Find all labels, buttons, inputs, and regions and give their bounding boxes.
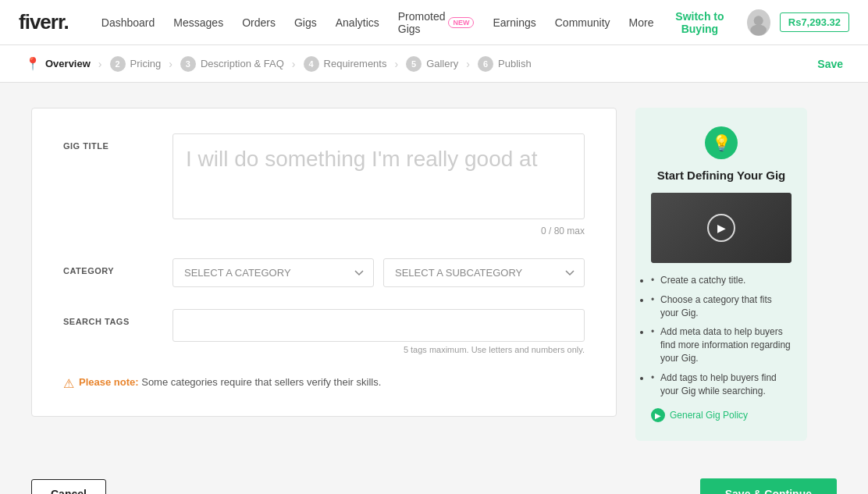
note-label: Please note:: [79, 376, 139, 388]
step-num-3: 3: [180, 56, 196, 72]
sidebar-card: 💡 Start Defining Your Gig ▶ Create a cat…: [635, 108, 807, 441]
search-tags-row: SEARCH TAGS 5 tags maximum. Use letters …: [63, 309, 585, 354]
balance-badge: Rs7,293.32: [780, 12, 849, 32]
sidebar-icon-wrap: 💡: [651, 126, 792, 159]
breadcrumb-step-pricing[interactable]: 2 Pricing: [110, 56, 162, 72]
search-tags-label: SEARCH TAGS: [63, 309, 173, 326]
policy-icon: ▶: [651, 408, 665, 422]
svg-point-0: [754, 16, 763, 25]
policy-label: General Gig Policy: [670, 410, 748, 421]
breadcrumb-step-publish[interactable]: 6 Publish: [478, 56, 532, 72]
save-continue-button[interactable]: Save & Continue: [700, 478, 837, 494]
arrow-1: ›: [98, 58, 102, 70]
note-content: Please note: Some categories require tha…: [79, 376, 381, 388]
avatar[interactable]: [747, 9, 770, 36]
category-label: CATEGORY: [63, 258, 173, 275]
step-label-publish: Publish: [498, 58, 532, 69]
char-count: 0 / 80 max: [173, 226, 585, 236]
category-field: SELECT A CATEGORY SELECT A SUBCATEGORY: [173, 258, 585, 287]
arrow-5: ›: [466, 58, 470, 70]
breadcrumb-step-requirements[interactable]: 4 Requirements: [304, 56, 387, 72]
svg-point-1: [751, 24, 767, 35]
step-label-pricing: Pricing: [130, 58, 162, 69]
step-num-2: 2: [110, 56, 126, 72]
tags-hint: 5 tags maximum. Use letters and numbers …: [173, 345, 585, 354]
step-label-requirements: Requirements: [324, 58, 387, 69]
policy-link[interactable]: ▶ General Gig Policy: [651, 408, 792, 422]
step-label-description: Description & FAQ: [201, 58, 284, 69]
search-tags-field: 5 tags maximum. Use letters and numbers …: [173, 309, 585, 354]
arrow-3: ›: [292, 58, 296, 70]
nav-link-analytics[interactable]: Analytics: [328, 10, 387, 35]
video-play-button[interactable]: ▶: [707, 214, 735, 242]
nav-link-earnings[interactable]: Earnings: [485, 10, 543, 35]
breadcrumb-steps: 📍 Overview › 2 Pricing › 3 Description &…: [25, 56, 532, 72]
new-badge: NEW: [448, 17, 474, 28]
nav-link-dashboard[interactable]: Dashboard: [94, 10, 163, 35]
lightbulb-icon: 💡: [705, 126, 738, 159]
location-icon: 📍: [25, 56, 41, 71]
cancel-button[interactable]: Cancel: [31, 479, 106, 494]
sidebar-title: Start Defining Your Gig: [651, 169, 792, 182]
step-label-gallery: Gallery: [426, 58, 458, 69]
nav-link-orders[interactable]: Orders: [234, 10, 283, 35]
breadcrumb-step-overview[interactable]: 📍 Overview: [25, 56, 91, 71]
gig-title-label: GIG TITLE: [63, 133, 173, 151]
breadcrumb-step-description[interactable]: 3 Description & FAQ: [180, 56, 284, 72]
form-card: GIG TITLE 0 / 80 max CATEGORY SELECT A C…: [31, 108, 617, 417]
nav-link-promoted-gigs[interactable]: Promoted Gigs NEW: [390, 4, 482, 41]
subcategory-select[interactable]: SELECT A SUBCATEGORY: [383, 258, 585, 287]
category-row: CATEGORY SELECT A CATEGORY SELECT A SUBC…: [63, 258, 585, 287]
gig-title-row: GIG TITLE 0 / 80 max: [63, 133, 585, 236]
tip-3: Add meta data to help buyers find more i…: [651, 325, 792, 364]
nav-right: Switch to Buying Rs7,293.32: [661, 9, 849, 36]
step-num-4: 4: [304, 56, 319, 72]
promoted-gigs-label: Promoted Gigs: [398, 10, 446, 35]
step-label-overview: Overview: [45, 58, 91, 69]
note-text-content: Some categories require that sellers ver…: [141, 376, 381, 388]
arrow-4: ›: [394, 58, 398, 70]
step-num-6: 6: [478, 56, 493, 72]
nav-link-gigs[interactable]: Gigs: [286, 10, 325, 35]
switch-buying-button[interactable]: Switch to Buying: [661, 10, 738, 35]
nav-link-more[interactable]: More: [621, 10, 662, 35]
navbar: fiverr. Dashboard Messages Orders Gigs A…: [0, 0, 868, 45]
tip-1: Create a catchy title.: [651, 274, 792, 287]
sidebar-tips: Create a catchy title. Choose a category…: [651, 274, 792, 397]
warning-icon: ⚠: [63, 376, 74, 391]
tip-4: Add tags to help buyers find your Gig wh…: [651, 371, 792, 398]
breadcrumb-save-button[interactable]: Save: [817, 58, 843, 70]
sidebar-video[interactable]: ▶: [651, 193, 792, 263]
category-select[interactable]: SELECT A CATEGORY: [173, 258, 374, 287]
category-selects: SELECT A CATEGORY SELECT A SUBCATEGORY: [173, 258, 585, 287]
bottom-actions: Cancel Save & Continue: [0, 466, 868, 494]
gig-title-input[interactable]: [173, 133, 585, 219]
tip-2: Choose a category that fits your Gig.: [651, 293, 792, 320]
arrow-2: ›: [169, 58, 173, 70]
gig-title-field: 0 / 80 max: [173, 133, 585, 236]
search-tags-input[interactable]: [173, 309, 585, 342]
step-num-5: 5: [406, 56, 422, 72]
logo-text: fiverr.: [19, 10, 69, 34]
breadcrumb-step-gallery[interactable]: 5 Gallery: [406, 56, 458, 72]
please-note: ⚠ Please note: Some categories require t…: [63, 376, 585, 391]
main-content: GIG TITLE 0 / 80 max CATEGORY SELECT A C…: [0, 83, 868, 466]
nav-link-messages[interactable]: Messages: [165, 10, 231, 35]
breadcrumb-bar: 📍 Overview › 2 Pricing › 3 Description &…: [0, 45, 868, 83]
nav-link-community[interactable]: Community: [547, 10, 618, 35]
nav-links: Dashboard Messages Orders Gigs Analytics…: [94, 4, 662, 41]
logo[interactable]: fiverr.: [19, 10, 69, 34]
